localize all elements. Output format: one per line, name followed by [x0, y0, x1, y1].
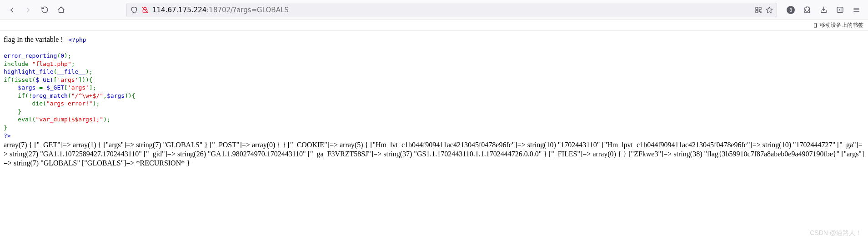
not-secure-icon[interactable]	[141, 6, 149, 14]
url-text: 114.67.175.224:18702/?args=GLOBALS	[152, 6, 751, 14]
sidebar-button[interactable]	[833, 3, 847, 17]
qr-icon[interactable]	[755, 6, 762, 14]
home-button[interactable]	[54, 3, 68, 17]
reload-button[interactable]	[37, 3, 52, 17]
var-dump-output: array(7) { ["_GET"]=> array(1) { ["args"…	[4, 140, 864, 168]
svg-rect-2	[756, 7, 758, 10]
browser-toolbar: 114.67.175.224:18702/?args=GLOBALS 3	[0, 0, 868, 20]
forward-button[interactable]	[21, 3, 35, 17]
app-menu-button[interactable]	[849, 3, 863, 17]
toolbar-right: 3	[783, 3, 863, 17]
extensions-button[interactable]	[800, 3, 814, 17]
svg-marker-7	[766, 7, 772, 13]
svg-rect-4	[756, 10, 758, 13]
shield-icon[interactable]	[130, 6, 138, 14]
back-button[interactable]	[5, 3, 19, 17]
code-block	[4, 44, 864, 52]
downloads-button[interactable]	[816, 3, 831, 17]
bookmark-star-icon[interactable]	[766, 6, 773, 14]
intro-line: flag In the variable ! <?php	[4, 35, 864, 44]
mobile-bookmarks-link[interactable]: 移动设备上的书签	[813, 21, 863, 29]
svg-rect-5	[759, 10, 760, 11]
svg-rect-3	[759, 7, 761, 10]
mobile-bookmarks-label: 移动设备上的书签	[820, 21, 863, 29]
svg-rect-6	[760, 12, 761, 13]
page-content: flag In the variable ! <?php error_repor…	[0, 31, 868, 172]
bookmark-bar: 移动设备上的书签	[0, 20, 868, 31]
notif-badge: 3	[787, 6, 795, 14]
notifications-button[interactable]: 3	[783, 3, 798, 17]
url-bar[interactable]: 114.67.175.224:18702/?args=GLOBALS	[126, 3, 777, 17]
